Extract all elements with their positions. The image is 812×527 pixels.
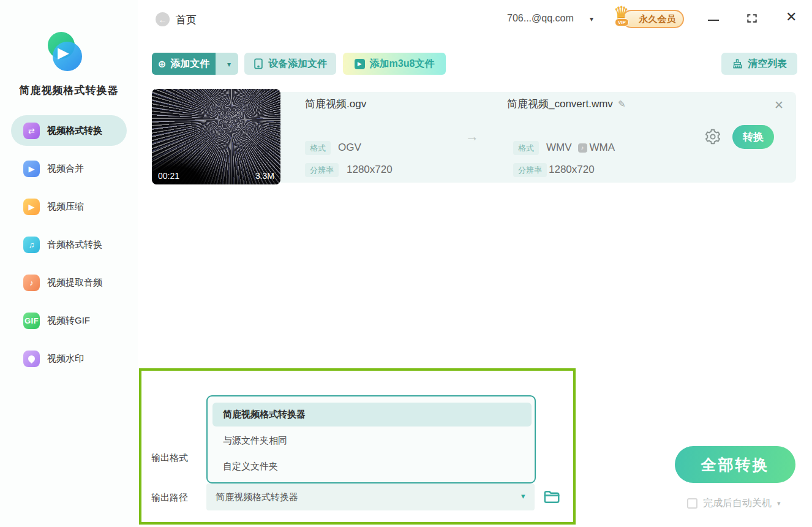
output-format-badge: 格式 (513, 141, 539, 155)
minimize-button[interactable] (707, 11, 720, 25)
arrow-right-icon: → (465, 129, 479, 145)
video-to-gif-icon: GIF (23, 313, 40, 329)
sidebar-item-label: 视频压缩 (47, 201, 84, 213)
shutdown-caret-icon[interactable]: ▾ (777, 499, 781, 507)
page-title: 首页 (176, 13, 197, 27)
video-convert-icon: ⇄ (23, 123, 40, 139)
add-file-button-group: ⊕ 添加文件 ▾ (152, 53, 238, 75)
source-format-value: OGV (338, 142, 361, 154)
vip-crown-icon: ♛ VIP (614, 4, 638, 28)
remove-file-button[interactable]: ✕ (774, 98, 784, 112)
close-button[interactable]: ✕ (786, 10, 797, 24)
video-compress-icon: ▶ (23, 199, 40, 215)
back-icon: ← (159, 15, 167, 25)
output-path-label: 输出路径 (151, 492, 188, 504)
plus-icon: ⊕ (158, 58, 166, 70)
shutdown-label: 完成后自动关机 (703, 497, 772, 510)
app-window: ▶ 简鹿视频格式转换器 ⇄ 视频格式转换 ▶ 视频合并 ▶ 视频压缩 ♫ 音频格… (0, 0, 812, 527)
add-m3u8-button[interactable]: ▶ 添加m3u8文件 (343, 53, 446, 75)
sidebar-item-video-to-gif[interactable]: GIF 视频转GIF (11, 305, 127, 336)
clear-list-button[interactable]: 清空列表 (721, 53, 797, 75)
thumbnail-overlay: 00:21 3.3M (152, 165, 280, 184)
convert-button[interactable]: 转换 (732, 125, 774, 149)
add-file-dropdown-button[interactable]: ▾ (227, 60, 231, 69)
audio-convert-icon: ♫ (23, 237, 40, 253)
vip-tag: VIP (615, 18, 629, 26)
edit-filename-icon[interactable]: ✎ (618, 99, 626, 110)
path-dropdown-caret-icon[interactable]: ▾ (521, 491, 525, 501)
dropdown-option[interactable]: 自定义文件夹 (223, 461, 278, 472)
sidebar-item-label: 音频格式转换 (47, 239, 102, 251)
output-filename: 简鹿视频_convert.wmv ✎ (507, 97, 625, 111)
extract-audio-icon: ♪ (23, 275, 40, 291)
device-add-file-button[interactable]: 设备添加文件 (244, 53, 336, 75)
sidebar: ▶ 简鹿视频格式转换器 ⇄ 视频格式转换 ▶ 视频合并 ▶ 视频压缩 ♫ 音频格… (0, 0, 138, 527)
file-settings-button[interactable] (704, 128, 721, 145)
app-title: 简鹿视频格式转换器 (0, 83, 138, 97)
video-size: 3.3M (255, 171, 274, 181)
folder-icon (543, 488, 561, 506)
video-duration: 00:21 (158, 171, 179, 181)
broom-icon (732, 58, 743, 69)
sidebar-item-watermark[interactable]: 视频水印 (11, 343, 127, 374)
shutdown-checkbox[interactable] (687, 498, 697, 509)
auto-shutdown-toggle[interactable]: 完成后自动关机 ▾ (687, 497, 781, 510)
sidebar-item-label: 视频提取音频 (47, 277, 102, 289)
sidebar-item-extract-audio[interactable]: ♪ 视频提取音频 (11, 267, 127, 298)
video-merge-icon: ▶ (23, 161, 40, 177)
sidebar-item-video-convert[interactable]: ⇄ 视频格式转换 (11, 115, 127, 146)
m3u8-file-icon: ▶ (355, 59, 365, 69)
sidebar-item-label: 视频水印 (47, 353, 84, 365)
add-file-button[interactable]: ⊕ 添加文件 (152, 53, 216, 75)
phone-icon (254, 58, 263, 69)
source-filename: 简鹿视频.ogv (305, 97, 366, 111)
sidebar-item-video-compress[interactable]: ▶ 视频压缩 (11, 191, 127, 222)
output-format-label: 输出格式 (151, 452, 188, 464)
sidebar-item-label: 视频转GIF (47, 315, 90, 327)
output-format-value: WMV♪WMA (546, 142, 615, 154)
output-path-input[interactable]: 简鹿视频格式转换器 (206, 483, 535, 510)
video-thumbnail[interactable]: 00:21 3.3M (152, 89, 280, 184)
sidebar-item-label: 视频格式转换 (47, 125, 102, 137)
app-logo-icon: ▶ (45, 32, 82, 72)
source-resolution-value: 1280x720 (347, 164, 393, 176)
source-format-badge: 格式 (305, 141, 331, 155)
sidebar-menu: ⇄ 视频格式转换 ▶ 视频合并 ▶ 视频压缩 ♫ 音频格式转换 ♪ 视频提取音频… (11, 115, 127, 374)
dropdown-option-selected[interactable]: 简鹿视频格式转换器 (212, 403, 532, 427)
logo-play-icon: ▶ (58, 45, 69, 60)
account-caret-icon[interactable]: ▾ (590, 15, 593, 23)
sidebar-item-audio-convert[interactable]: ♫ 音频格式转换 (11, 229, 127, 260)
source-resolution-badge: 分辨率 (305, 163, 339, 177)
output-resolution-badge: 分辨率 (513, 163, 547, 177)
gear-icon (704, 128, 721, 145)
vip-label: 永久会员 (639, 13, 676, 25)
dropdown-option[interactable]: 与源文件夹相同 (223, 435, 287, 447)
close-icon: ✕ (786, 9, 797, 25)
back-button[interactable]: ← (156, 12, 170, 26)
browse-folder-button[interactable] (543, 488, 561, 506)
audio-format-icon: ♪ (578, 143, 587, 153)
maximize-button[interactable] (746, 12, 758, 25)
maximize-icon (746, 12, 758, 25)
account-email[interactable]: 706...@qq.com (507, 13, 574, 24)
sidebar-item-video-merge[interactable]: ▶ 视频合并 (11, 153, 127, 184)
sidebar-item-label: 视频合并 (47, 163, 84, 175)
close-icon: ✕ (774, 99, 784, 112)
output-path-dropdown: 简鹿视频格式转换器 与源文件夹相同 自定义文件夹 (206, 395, 536, 483)
output-resolution-value: 1280x720 (549, 164, 595, 176)
convert-all-button[interactable]: 全部转换 (675, 446, 795, 483)
watermark-icon (23, 351, 40, 367)
